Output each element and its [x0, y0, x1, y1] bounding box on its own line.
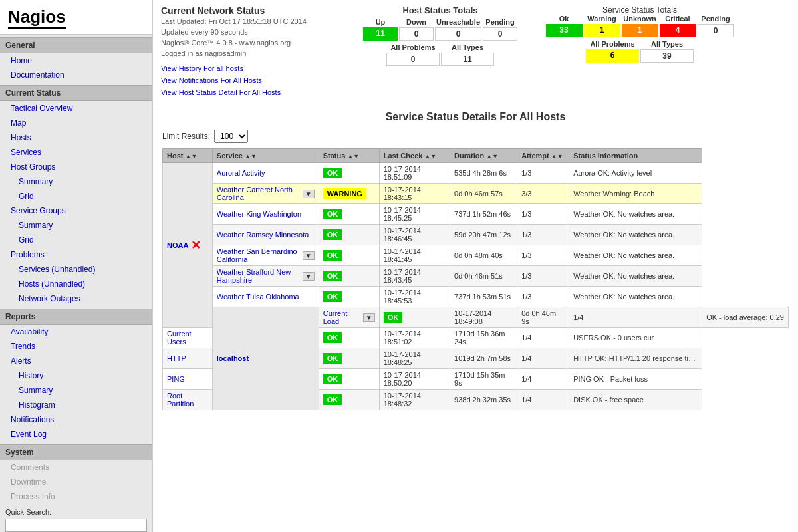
sidebar-sections: GeneralHomeDocumentationCurrent StatusTa…: [0, 37, 152, 504]
status-badge[interactable]: OK: [323, 374, 342, 384]
sidebar-item-problems[interactable]: Problems: [0, 247, 152, 262]
host-up-count[interactable]: 11: [363, 27, 398, 41]
host-link[interactable]: NOAA: [167, 241, 188, 249]
status-badge[interactable]: OK: [384, 312, 403, 323]
sidebar-item-documentation[interactable]: Documentation: [0, 68, 152, 82]
sidebar-item-host-groups[interactable]: Host Groups: [0, 160, 152, 174]
service-link[interactable]: Weather Tulsa Oklahoma: [217, 293, 299, 301]
status-info-cell: PING OK - Packet loss: [569, 369, 702, 390]
table-body: NOAA✕Auroral ActivityOK10-17-2014 18:51:…: [163, 163, 789, 410]
sidebar-item-event-log[interactable]: Event Log: [0, 427, 152, 442]
status-info-cell: Weather OK: No watches area.: [569, 266, 702, 287]
service-link[interactable]: HTTP: [167, 354, 186, 362]
service-link[interactable]: PING: [167, 375, 185, 383]
status-badge[interactable]: OK: [323, 291, 342, 302]
service-link[interactable]: Weather Ramsey Minnesota: [217, 231, 309, 239]
service-sort-arrows[interactable]: ▲▼: [245, 153, 257, 160]
service-cell: Weather San Bernardino California▼: [212, 245, 319, 266]
sidebar-item-alerts[interactable]: Alerts: [0, 354, 152, 368]
link-view-notifications[interactable]: View Notifications For All Hosts: [161, 74, 347, 86]
host-unreachable-count[interactable]: 0: [435, 27, 481, 41]
sidebar-item-notifications[interactable]: Notifications: [0, 412, 152, 427]
sidebar-item-hosts-unhandled[interactable]: Hosts (Unhandled): [0, 277, 152, 291]
last-check-cell: 10-17-2014 18:51:02: [379, 328, 450, 348]
svc-critical-count[interactable]: 4: [660, 24, 696, 37]
service-dropdown-arrow[interactable]: ▼: [303, 272, 315, 281]
service-cell: Auroral Activity: [212, 163, 319, 184]
sidebar-item-home[interactable]: Home: [0, 53, 152, 68]
quick-search-input[interactable]: [5, 519, 147, 532]
table-row: Weather King WashingtonOK10-17-2014 18:4…: [163, 204, 789, 225]
link-view-host-status[interactable]: View Host Status Detail For All Hosts: [161, 86, 347, 98]
service-link[interactable]: Weather Carteret North Carolina: [217, 186, 300, 201]
status-badge[interactable]: OK: [323, 332, 342, 343]
status-cell: OK: [319, 287, 379, 307]
status-badge[interactable]: OK: [323, 250, 342, 261]
host-link[interactable]: localhost: [217, 354, 249, 362]
host-pending-count[interactable]: 0: [483, 27, 517, 41]
status-badge[interactable]: OK: [323, 209, 342, 219]
service-link[interactable]: Weather Strafford New Hampshire: [217, 268, 300, 284]
sidebar-item-services[interactable]: Services: [0, 145, 152, 160]
duration-cell: 938d 2h 32m 35s: [450, 390, 517, 410]
sidebar-item-service-groups[interactable]: Service Groups: [0, 203, 152, 218]
sidebar-item-availability[interactable]: Availability: [0, 325, 152, 339]
service-dropdown-arrow[interactable]: ▼: [363, 313, 375, 322]
host-all-types-count[interactable]: 11: [441, 53, 494, 66]
sidebar-item-network-outages[interactable]: Network Outages: [0, 291, 152, 306]
sidebar-item-history[interactable]: History: [0, 368, 152, 383]
service-link[interactable]: Auroral Activity: [217, 169, 265, 177]
host-all-problems-count[interactable]: 0: [386, 53, 440, 66]
host-sort-arrows[interactable]: ▲▼: [186, 153, 198, 160]
sidebar-item-tactical-overview[interactable]: Tactical Overview: [0, 101, 152, 116]
status-badge[interactable]: OK: [323, 168, 342, 178]
service-bottom-values: 6 39: [533, 49, 746, 63]
sidebar-item-map[interactable]: Map: [0, 116, 152, 130]
status-sort-arrows[interactable]: ▲▼: [347, 153, 359, 160]
sidebar-item-grid[interactable]: Grid: [0, 189, 152, 203]
sidebar-item-summary[interactable]: Summary: [0, 174, 152, 189]
service-link[interactable]: Root Partition: [167, 392, 208, 408]
sidebar-item-summary[interactable]: Summary: [0, 218, 152, 233]
duration-sort-arrows[interactable]: ▲▼: [486, 153, 498, 160]
attempt-sort-arrows[interactable]: ▲▼: [551, 153, 563, 160]
sidebar-item-hosts[interactable]: Hosts: [0, 130, 152, 145]
sidebar: Nagios GeneralHomeDocumentationCurrent S…: [0, 0, 153, 532]
status-badge[interactable]: OK: [323, 271, 342, 281]
svc-warning-count[interactable]: 1: [584, 24, 620, 37]
host-cell: NOAA✕: [163, 163, 213, 328]
sidebar-item-summary[interactable]: Summary: [0, 383, 152, 398]
limit-select[interactable]: 100 50 200: [214, 130, 248, 143]
service-cell: Current Load▼: [319, 307, 379, 328]
status-badge[interactable]: OK: [323, 394, 342, 405]
service-link[interactable]: Current Users: [167, 330, 208, 346]
service-bottom-header: All Problems All Types: [533, 40, 746, 48]
status-cell: OK: [379, 307, 450, 328]
sidebar-item-grid[interactable]: Grid: [0, 233, 152, 247]
svc-unknown-count[interactable]: 1: [622, 24, 658, 37]
svc-ok-count[interactable]: 33: [546, 24, 583, 37]
status-badge[interactable]: WARNING: [323, 188, 366, 199]
service-link[interactable]: Weather King Washington: [217, 210, 301, 218]
service-link[interactable]: Current Load: [323, 309, 360, 325]
status-badge[interactable]: OK: [323, 229, 342, 240]
sidebar-item-services-unhandled[interactable]: Services (Unhandled): [0, 262, 152, 277]
service-dropdown-arrow[interactable]: ▼: [303, 190, 315, 198]
logo-container: Nagios: [0, 0, 152, 35]
svc-pending-count[interactable]: 0: [698, 24, 734, 37]
link-view-history[interactable]: View History For all hosts: [161, 63, 347, 74]
sidebar-item-histogram[interactable]: Histogram: [0, 398, 152, 412]
service-dropdown-arrow[interactable]: ▼: [303, 251, 315, 260]
svc-all-problems-count[interactable]: 6: [586, 49, 639, 63]
status-badge[interactable]: OK: [323, 353, 342, 364]
table-row: Weather Strafford New Hampshire▼OK10-17-…: [163, 266, 789, 287]
host-header-unreachable: Unreachable: [435, 18, 481, 26]
service-link[interactable]: Weather San Bernardino California: [217, 247, 300, 263]
sidebar-item-trends[interactable]: Trends: [0, 339, 152, 354]
service-cell: Current Users: [163, 328, 213, 348]
attempt-cell: 1/3: [517, 204, 569, 225]
status-info-cell: DISK OK - free space: [569, 390, 702, 410]
host-down-count[interactable]: 0: [399, 27, 434, 41]
svc-all-types-count[interactable]: 39: [640, 49, 694, 63]
lastcheck-sort-arrows[interactable]: ▲▼: [424, 153, 436, 160]
